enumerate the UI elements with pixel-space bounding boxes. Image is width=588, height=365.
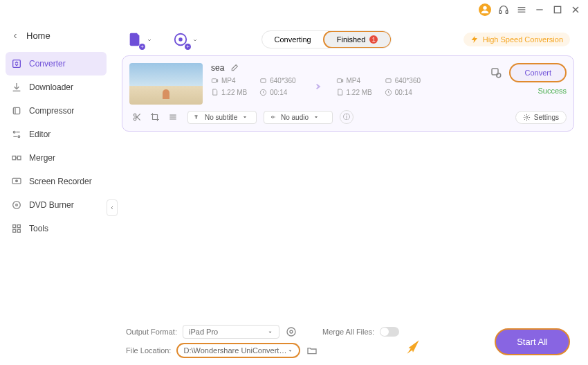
select-value: D:\Wondershare UniConverter 1 (183, 346, 287, 355)
svg-rect-35 (337, 79, 341, 83)
meta-value: 1.22 MB (221, 89, 247, 96)
home-label: Home (26, 30, 50, 41)
status-tabs: Converting Finished 1 (261, 30, 392, 48)
menu-icon[interactable] (516, 4, 527, 15)
svg-rect-37 (386, 79, 391, 83)
file-location-select[interactable]: D:\Wondershare UniConverter 1 (176, 343, 300, 358)
file-name: sea (211, 63, 224, 73)
crop-icon[interactable] (150, 112, 160, 122)
svg-point-22 (16, 180, 18, 182)
svg-point-15 (18, 136, 20, 138)
sidebar-item-downloader[interactable]: Downloader (0, 75, 112, 99)
output-settings-icon[interactable] (490, 66, 502, 79)
svg-point-24 (16, 204, 18, 206)
file-card: sea MP4 1.22 MB 640*360 00:14 (122, 55, 574, 132)
svg-rect-25 (13, 225, 16, 228)
video-icon (211, 77, 219, 84)
user-avatar-icon[interactable] (479, 3, 491, 16)
meta-value: 00:14 (395, 89, 412, 96)
meta-value: 00:14 (270, 89, 287, 96)
chevron-down-icon (267, 329, 273, 335)
annotation-arrow-icon (404, 337, 422, 357)
sidebar-item-label: Downloader (29, 82, 73, 92)
sidebar-item-label: Converter (29, 59, 66, 69)
svg-rect-28 (17, 229, 20, 232)
svg-rect-27 (13, 229, 16, 232)
video-icon (336, 77, 344, 84)
chevron-down-icon (147, 37, 152, 43)
audio-icon (270, 114, 277, 121)
sidebar-collapse-button[interactable] (107, 199, 118, 216)
maximize-button[interactable] (552, 4, 563, 15)
editor-icon (11, 129, 22, 140)
svg-point-0 (483, 6, 486, 10)
svg-rect-7 (554, 6, 560, 12)
effects-icon[interactable] (168, 112, 178, 122)
chevron-left-icon (109, 205, 115, 211)
file-icon (336, 89, 344, 96)
bolt-icon (470, 35, 479, 44)
svg-rect-31 (212, 79, 216, 83)
file-location-label: File Location: (126, 346, 171, 355)
home-button[interactable]: Home (0, 25, 112, 46)
svg-marker-36 (341, 80, 342, 82)
select-value: No audio (281, 114, 309, 121)
status-text: Success (538, 87, 567, 95)
sidebar-item-dvd-burner[interactable]: DVD Burner (0, 193, 112, 217)
resolution-icon (259, 77, 267, 84)
sidebar-item-screen-recorder[interactable]: Screen Recorder (0, 170, 112, 193)
svg-rect-2 (506, 10, 508, 13)
meta-value: 1.22 MB (347, 89, 372, 96)
compressor-icon (11, 105, 22, 116)
subtitle-icon: T (194, 114, 201, 121)
sidebar-item-editor[interactable]: Editor (0, 123, 112, 146)
info-button[interactable]: ⓘ (340, 110, 353, 124)
video-thumbnail[interactable] (129, 63, 203, 105)
output-format-select[interactable]: iPad Pro (183, 325, 279, 339)
sidebar-item-label: Merger (29, 153, 55, 163)
sidebar-item-tools[interactable]: Tools (0, 217, 112, 240)
svg-text:T: T (195, 115, 198, 119)
close-button[interactable] (570, 4, 581, 15)
add-dvd-button[interactable]: + (172, 30, 190, 48)
start-all-button[interactable]: Start All (495, 328, 570, 355)
meta-value: 640*360 (395, 77, 421, 84)
sidebar-item-label: Screen Recorder (29, 177, 92, 186)
resolution-icon (385, 77, 392, 84)
audio-select[interactable]: No audio (264, 111, 333, 124)
sidebar-item-compressor[interactable]: Compressor (0, 99, 112, 123)
merger-icon (11, 152, 22, 163)
edit-icon[interactable] (230, 64, 239, 73)
svg-rect-19 (17, 156, 21, 159)
svg-point-23 (13, 202, 21, 209)
high-speed-button[interactable]: High Speed Conversion (463, 33, 570, 46)
subtitle-select[interactable]: T No subtitle (187, 111, 257, 124)
tab-converting[interactable]: Converting (262, 31, 324, 48)
svg-rect-12 (13, 107, 19, 114)
trim-icon[interactable] (132, 112, 142, 122)
sidebar-item-merger[interactable]: Merger (0, 146, 112, 170)
svg-point-40 (497, 73, 501, 78)
chevron-left-icon (11, 32, 19, 40)
converter-icon (11, 58, 22, 69)
chevron-down-icon (313, 114, 320, 121)
svg-rect-33 (261, 79, 266, 83)
sidebar-item-label: Compressor (29, 106, 74, 116)
convert-label: Convert (524, 69, 551, 77)
svg-rect-1 (499, 10, 502, 13)
add-file-button[interactable]: + (126, 30, 144, 48)
svg-point-54 (290, 330, 293, 333)
merge-label: Merge All Files: (322, 328, 374, 336)
select-value: No subtitle (205, 114, 237, 121)
svg-rect-10 (13, 60, 21, 68)
open-folder-button[interactable] (306, 344, 318, 357)
format-settings-icon[interactable] (285, 326, 297, 338)
headset-icon[interactable] (498, 4, 509, 15)
minimize-button[interactable] (534, 4, 545, 15)
merge-toggle[interactable] (380, 327, 399, 337)
convert-button[interactable]: Convert (509, 63, 567, 82)
start-all-label: Start All (517, 337, 548, 347)
settings-button[interactable]: Settings (515, 111, 567, 124)
tab-finished[interactable]: Finished 1 (323, 30, 392, 48)
sidebar-item-converter[interactable]: Converter (6, 52, 107, 75)
